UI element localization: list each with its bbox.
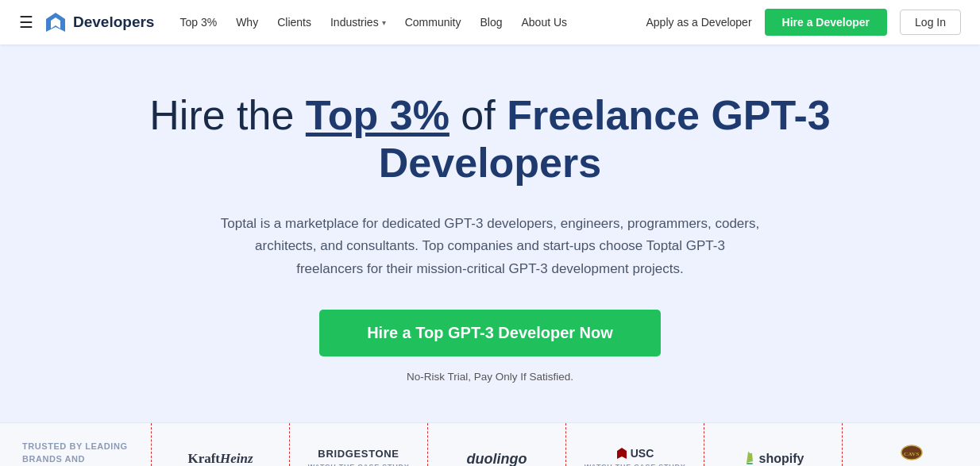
brand-item-kraftheinz: KraftHeinz [151, 423, 289, 466]
nav-link-why[interactable]: Why [236, 16, 258, 29]
hero-description: Toptal is a marketplace for dedicated GP… [220, 213, 760, 282]
brand-item-usc: USC WATCH THE CASE STUDY [565, 423, 704, 466]
brands-label-text: TRUSTED BY LEADINGBRANDS AND STARTUPS [22, 440, 129, 466]
brand-logo-bridgestone: BRIDGESTONE [318, 448, 399, 460]
hire-developer-button[interactable]: Hire a Developer [765, 9, 888, 36]
hero-section: Hire the Top 3% of Freelance GPT-3 Devel… [0, 44, 980, 422]
nav-link-top3[interactable]: Top 3% [179, 16, 217, 29]
svg-rect-3 [747, 463, 753, 464]
brand-logo-shopify: shopify [743, 452, 804, 466]
chevron-down-icon: ▾ [382, 18, 386, 27]
nav-link-industries[interactable]: Industries ▾ [330, 16, 386, 29]
hero-cta-button[interactable]: Hire a Top GPT-3 Developer Now [319, 310, 661, 356]
brand-item-cavaliers: CAVS WATCH THE CASE STUDY [842, 423, 980, 466]
nav-link-about[interactable]: About Us [521, 16, 567, 29]
apply-developer-link[interactable]: Apply as a Developer [646, 16, 751, 29]
brands-list: KraftHeinz BRIDGESTONE WATCH THE CASE ST… [151, 423, 980, 466]
svg-marker-2 [617, 448, 627, 459]
hamburger-icon[interactable]: ☰ [19, 13, 33, 32]
navigation: ☰ Developers Top 3% Why Clients Industri… [0, 0, 980, 44]
nav-right: Apply as a Developer Hire a Developer Lo… [646, 9, 961, 36]
logo-text: Developers [73, 13, 154, 31]
brands-section: TRUSTED BY LEADINGBRANDS AND STARTUPS Kr… [0, 422, 980, 466]
brand-case-study-usc[interactable]: WATCH THE CASE STUDY [585, 463, 686, 466]
brand-logo-duolingo: duolingo [467, 451, 527, 466]
brand-item-bridgestone: BRIDGESTONE WATCH THE CASE STUDY [289, 423, 427, 466]
brand-logo-kraftheinz: KraftHeinz [187, 451, 253, 466]
brand-logo-usc: USC [616, 447, 654, 460]
login-button[interactable]: Log In [900, 10, 961, 35]
hero-title: Hire the Top 3% of Freelance GPT-3 Devel… [133, 92, 847, 187]
nav-link-community[interactable]: Community [405, 16, 461, 29]
top3-highlight: Top 3% [306, 92, 449, 138]
brand-case-study-bridgestone[interactable]: WATCH THE CASE STUDY [308, 463, 410, 466]
brands-label: TRUSTED BY LEADINGBRANDS AND STARTUPS [0, 423, 151, 466]
brand-logo-cavaliers: CAVS [901, 445, 923, 462]
nav-link-clients[interactable]: Clients [277, 16, 311, 29]
svg-text:CAVS: CAVS [904, 451, 920, 457]
brand-item-duolingo: duolingo [427, 423, 565, 466]
brand-item-shopify: shopify [704, 423, 842, 466]
nav-links: Top 3% Why Clients Industries ▾ Communit… [179, 16, 646, 29]
hero-note: No-Risk Trial, Pay Only If Satisfied. [16, 371, 964, 383]
logo[interactable]: Developers [44, 11, 154, 33]
nav-link-blog[interactable]: Blog [480, 16, 502, 29]
